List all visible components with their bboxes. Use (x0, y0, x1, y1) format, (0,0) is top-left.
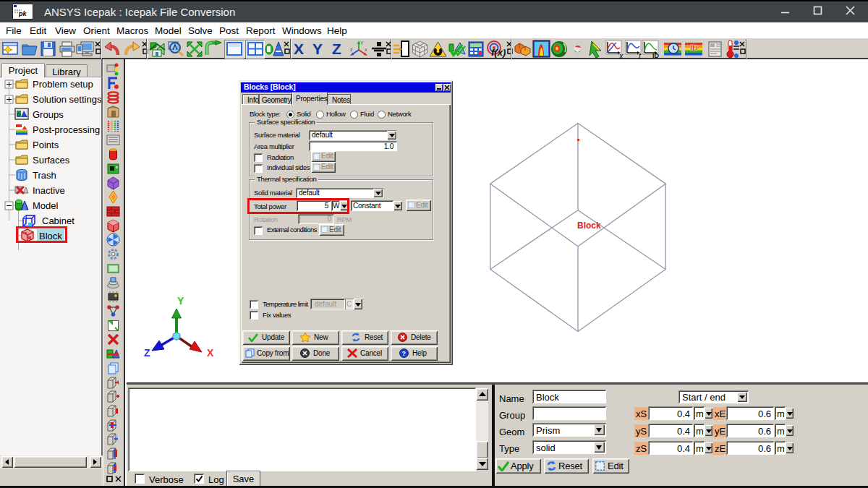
svg-text:?: ? (402, 350, 406, 357)
svg-text:Z: Z (144, 347, 150, 359)
svg-text:D: D (17, 111, 21, 118)
svg-text:Y: Y (360, 40, 364, 46)
svg-text:ID: ID (690, 43, 698, 52)
svg-text:X: X (207, 347, 214, 359)
svg-text:z: z (350, 47, 353, 52)
svg-text:Y: Y (177, 295, 184, 307)
svg-text:x: x (365, 47, 367, 52)
svg-text:ID: ID (652, 52, 660, 59)
svg-text:x: x (618, 51, 624, 59)
svg-text:f(x): f(x) (491, 47, 506, 58)
svg-text:pk: pk (18, 10, 27, 17)
